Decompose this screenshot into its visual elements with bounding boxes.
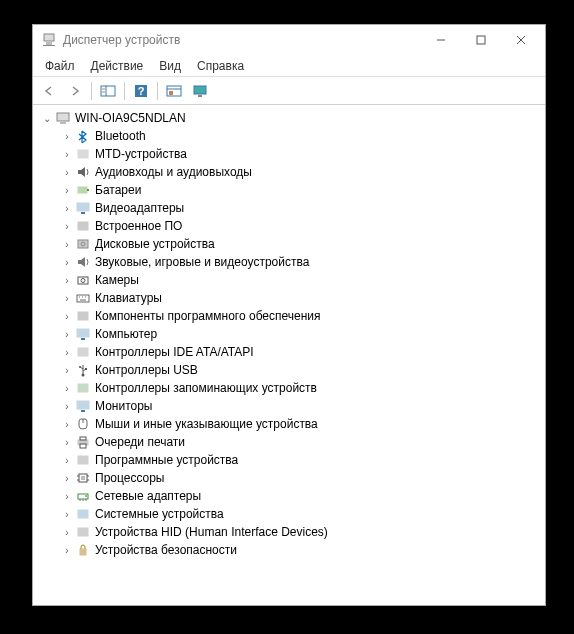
printer-icon — [75, 434, 91, 450]
chevron-right-icon[interactable]: › — [59, 221, 75, 232]
tree-item[interactable]: ›Клавиатуры — [59, 289, 543, 307]
chevron-right-icon[interactable]: › — [59, 455, 75, 466]
tree-item[interactable]: ›Процессоры — [59, 469, 543, 487]
chevron-right-icon[interactable]: › — [59, 329, 75, 340]
titlebar[interactable]: Диспетчер устройств — [33, 25, 545, 55]
chevron-right-icon[interactable]: › — [59, 185, 75, 196]
chevron-right-icon[interactable]: › — [59, 365, 75, 376]
chevron-right-icon[interactable]: › — [59, 347, 75, 358]
ide-icon — [75, 344, 91, 360]
usb-icon — [75, 362, 91, 378]
tree-item[interactable]: ›Встроенное ПО — [59, 217, 543, 235]
chevron-right-icon[interactable]: › — [59, 545, 75, 556]
toolbar-separator — [124, 82, 125, 100]
tree-item[interactable]: ›Мыши и иные указывающие устройства — [59, 415, 543, 433]
tree-item[interactable]: ›Звуковые, игровые и видеоустройства — [59, 253, 543, 271]
tree-item[interactable]: ›Устройства HID (Human Interface Devices… — [59, 523, 543, 541]
svg-rect-21 — [78, 187, 87, 193]
tree-item[interactable]: ›MTD-устройства — [59, 145, 543, 163]
chevron-right-icon[interactable]: › — [59, 149, 75, 160]
toolbar-separator — [91, 82, 92, 100]
tree-item[interactable]: ›Компьютер — [59, 325, 543, 343]
svg-rect-62 — [78, 510, 88, 518]
tree-item-label: Звуковые, игровые и видеоустройства — [95, 255, 309, 269]
tree-item[interactable]: ›Очереди печати — [59, 433, 543, 451]
tree-item[interactable]: ›Системные устройства — [59, 505, 543, 523]
computer-icon — [55, 110, 71, 126]
tree-item-label: Аудиовходы и аудиовыходы — [95, 165, 252, 179]
chevron-right-icon[interactable]: › — [59, 311, 75, 322]
chevron-right-icon[interactable]: › — [59, 383, 75, 394]
scan-hardware-button[interactable] — [162, 80, 186, 102]
tree-item-label: Батареи — [95, 183, 141, 197]
root-label: WIN-OIA9C5NDLAN — [75, 111, 186, 125]
chevron-right-icon[interactable]: › — [59, 203, 75, 214]
menu-file[interactable]: Файл — [37, 57, 83, 75]
tree-item[interactable]: ›Аудиовходы и аудиовыходы — [59, 163, 543, 181]
tree-root-node[interactable]: ⌄ WIN-OIA9C5NDLAN — [39, 109, 543, 127]
bluetooth-icon — [75, 128, 91, 144]
maximize-button[interactable] — [461, 26, 501, 54]
menu-action[interactable]: Действие — [83, 57, 152, 75]
tree-item[interactable]: ›Сетевые адаптеры — [59, 487, 543, 505]
tree-item[interactable]: ›Bluetooth — [59, 127, 543, 145]
tree-item[interactable]: ›Контроллеры запоминающих устройств — [59, 379, 543, 397]
network-icon — [75, 488, 91, 504]
tree-item-label: Компьютер — [95, 327, 157, 341]
minimize-button[interactable] — [421, 26, 461, 54]
chevron-right-icon[interactable]: › — [59, 437, 75, 448]
close-button[interactable] — [501, 26, 541, 54]
tree-item[interactable]: ›Устройства безопасности — [59, 541, 543, 559]
chevron-right-icon[interactable]: › — [59, 293, 75, 304]
chevron-right-icon[interactable]: › — [59, 275, 75, 286]
chevron-right-icon[interactable]: › — [59, 239, 75, 250]
svg-rect-24 — [81, 212, 85, 214]
svg-rect-1 — [46, 42, 52, 45]
camera-icon — [75, 272, 91, 288]
tree-item[interactable]: ›Дисковые устройства — [59, 235, 543, 253]
tree-item[interactable]: ›Контроллеры IDE ATA/ATAPI — [59, 343, 543, 361]
chevron-right-icon[interactable]: › — [59, 131, 75, 142]
monitor-button[interactable] — [188, 80, 212, 102]
svg-rect-17 — [198, 95, 202, 97]
menu-view[interactable]: Вид — [151, 57, 189, 75]
display-adapter-icon — [75, 200, 91, 216]
tree-item[interactable]: ›Программные устройства — [59, 451, 543, 469]
chevron-right-icon[interactable]: › — [59, 401, 75, 412]
tree-item[interactable]: ›Батареи — [59, 181, 543, 199]
firmware-icon — [75, 218, 91, 234]
svg-rect-38 — [78, 348, 88, 356]
tree-item[interactable]: ›Контроллеры USB — [59, 361, 543, 379]
chevron-right-icon[interactable]: › — [59, 527, 75, 538]
chevron-down-icon[interactable]: ⌄ — [39, 113, 55, 124]
chevron-right-icon[interactable]: › — [59, 257, 75, 268]
tree-item-label: Компоненты программного обеспечения — [95, 309, 321, 323]
tree-item[interactable]: ›Камеры — [59, 271, 543, 289]
menubar: Файл Действие Вид Справка — [33, 55, 545, 77]
chevron-right-icon[interactable]: › — [59, 167, 75, 178]
svg-rect-49 — [80, 444, 86, 448]
tree-item[interactable]: ›Мониторы — [59, 397, 543, 415]
device-tree-area[interactable]: ⌄ WIN-OIA9C5NDLAN ›Bluetooth›MTD-устройс… — [33, 105, 545, 605]
tree-item-label: Устройства HID (Human Interface Devices) — [95, 525, 328, 539]
keyboard-icon — [75, 290, 91, 306]
svg-rect-52 — [81, 476, 85, 480]
chevron-right-icon[interactable]: › — [59, 509, 75, 520]
svg-rect-18 — [57, 113, 69, 121]
tree-item-label: Мониторы — [95, 399, 152, 413]
chevron-right-icon[interactable]: › — [59, 491, 75, 502]
toolbar-separator — [157, 82, 158, 100]
tree-item-label: Bluetooth — [95, 129, 146, 143]
tree-item[interactable]: ›Компоненты программного обеспечения — [59, 307, 543, 325]
tree-item-label: Контроллеры запоминающих устройств — [95, 381, 317, 395]
chevron-right-icon[interactable]: › — [59, 419, 75, 430]
svg-point-61 — [85, 495, 87, 497]
svg-rect-2 — [43, 45, 55, 46]
forward-button[interactable] — [63, 80, 87, 102]
help-button[interactable]: ? — [129, 80, 153, 102]
chevron-right-icon[interactable]: › — [59, 473, 75, 484]
show-hide-tree-button[interactable] — [96, 80, 120, 102]
menu-help[interactable]: Справка — [189, 57, 252, 75]
tree-item[interactable]: ›Видеоадаптеры — [59, 199, 543, 217]
back-button[interactable] — [37, 80, 61, 102]
